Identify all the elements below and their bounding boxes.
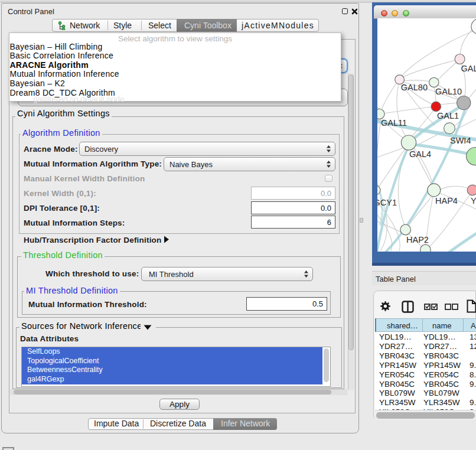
svg-text:SWI4: SWI4 (450, 136, 471, 145)
svg-text:Y: Y (471, 196, 476, 206)
svg-text:GAL2: GAL2 (461, 64, 476, 73)
svg-text:GAL11: GAL11 (381, 118, 407, 128)
svg-text:GAL1: GAL1 (437, 111, 459, 120)
svg-text:GAL80: GAL80 (401, 83, 428, 92)
svg-text:GAL4: GAL4 (409, 149, 431, 159)
svg-text:HAP4: HAP4 (435, 196, 458, 206)
svg-text:HAP2: HAP2 (406, 235, 429, 244)
svg-text:GCY1: GCY1 (377, 198, 397, 207)
svg-text:GAL10: GAL10 (435, 87, 462, 96)
